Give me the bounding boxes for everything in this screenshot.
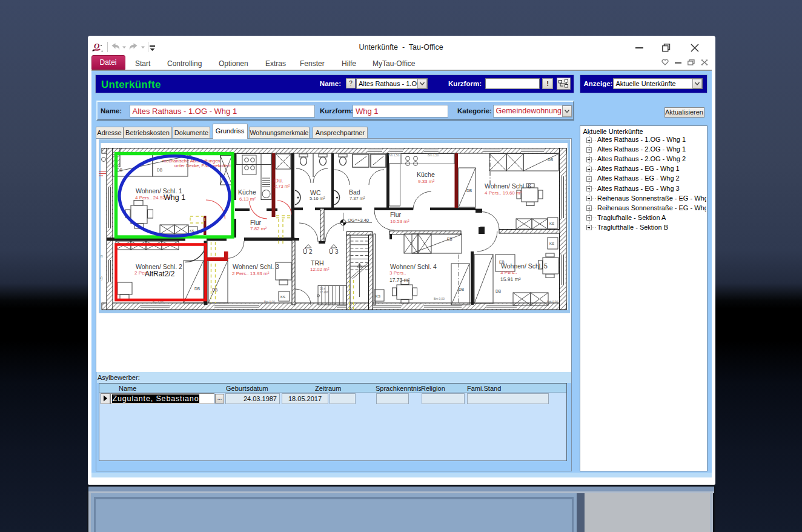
svg-text:3 Pers..: 3 Pers.. bbox=[500, 270, 517, 275]
svg-text:EB: EB bbox=[447, 237, 452, 241]
svg-text:3 Pers..: 3 Pers.. bbox=[389, 270, 406, 276]
svg-text:DB: DB bbox=[466, 188, 472, 193]
svg-text:Bad: Bad bbox=[349, 188, 360, 196]
svg-text:Bm 0,00: Bm 0,00 bbox=[434, 298, 445, 301]
svg-text:DB: DB bbox=[495, 289, 501, 293]
svg-text:DB: DB bbox=[194, 287, 200, 291]
svg-text:9.33 m²: 9.33 m² bbox=[418, 179, 434, 184]
svg-text:10.53 m²: 10.53 m² bbox=[390, 219, 409, 224]
svg-text:KS: KS bbox=[549, 222, 554, 225]
svg-text:TRH: TRH bbox=[311, 259, 324, 267]
svg-text:AltRat2/2: AltRat2/2 bbox=[145, 270, 175, 278]
svg-text:Bm 0,00: Bm 0,00 bbox=[264, 301, 275, 304]
svg-text:Du.: Du. bbox=[274, 177, 283, 184]
svg-text:OG=+3.40: OG=+3.40 bbox=[348, 218, 369, 223]
svg-text:6.13 m²: 6.13 m² bbox=[239, 196, 256, 202]
svg-text:Brh 0,90: Brh 0,90 bbox=[547, 301, 558, 304]
svg-text:Wohnen/ Schl. 5: Wohnen/ Schl. 5 bbox=[501, 262, 548, 270]
svg-text:7.82 m²: 7.82 m² bbox=[250, 226, 267, 231]
svg-text:DB: DB bbox=[459, 287, 464, 291]
svg-text:Whg 1: Whg 1 bbox=[164, 193, 185, 202]
svg-text:Bm 0,90: Bm 0,90 bbox=[153, 301, 164, 304]
svg-text:Wohnen/ Schl. 6: Wohnen/ Schl. 6 bbox=[485, 182, 531, 190]
svg-text:Flur: Flur bbox=[250, 219, 262, 226]
svg-text:Küche: Küche bbox=[417, 171, 435, 178]
svg-text:DB: DB bbox=[117, 168, 122, 172]
svg-text:Ü 3: Ü 3 bbox=[329, 248, 339, 255]
svg-text:²): ²) bbox=[100, 276, 102, 281]
svg-text:KS: KS bbox=[376, 294, 380, 298]
svg-text:17.297: 17.297 bbox=[320, 291, 328, 294]
svg-text:4 Pers.. 19.60 m²: 4 Pers.. 19.60 m² bbox=[485, 190, 522, 196]
svg-text:17.73 m²: 17.73 m² bbox=[389, 277, 410, 283]
svg-text:KS: KS bbox=[280, 295, 285, 299]
svg-text:Ü 2: Ü 2 bbox=[303, 248, 313, 255]
svg-text:unter Decke, F30 ..gekoffert: unter Decke, F30 ..gekoffert bbox=[174, 163, 231, 168]
svg-text:Brh 1,50: Brh 1,50 bbox=[428, 154, 439, 157]
svg-text:n: n bbox=[101, 254, 103, 258]
svg-text:15.91 m²: 15.91 m² bbox=[500, 276, 521, 282]
svg-text:DB: DB bbox=[212, 288, 217, 292]
svg-text:2,73 m²: 2,73 m² bbox=[274, 184, 290, 189]
svg-text:Wohnen/ Schl. 3: Wohnen/ Schl. 3 bbox=[233, 263, 279, 270]
svg-text:DB: DB bbox=[548, 158, 553, 162]
svg-text:Brh 1,50: Brh 1,50 bbox=[388, 154, 399, 157]
svg-text:KS: KS bbox=[549, 242, 554, 245]
svg-text:2 Pers.. 13.93 m²: 2 Pers.. 13.93 m² bbox=[232, 271, 270, 276]
svg-text:12.02 m²: 12.02 m² bbox=[310, 267, 330, 272]
svg-text:Küche: Küche bbox=[238, 188, 256, 196]
svg-text:O: O bbox=[94, 41, 100, 50]
svg-text:7.37 m²: 7.37 m² bbox=[350, 196, 365, 201]
svg-text:16 x: 16 x bbox=[320, 287, 325, 290]
svg-text:5.16 m²: 5.16 m² bbox=[310, 196, 325, 201]
svg-text:Flur: Flur bbox=[390, 211, 402, 218]
svg-text:DB: DB bbox=[157, 168, 162, 172]
svg-text:Wohnen/ Schl. 4: Wohnen/ Schl. 4 bbox=[390, 263, 437, 270]
